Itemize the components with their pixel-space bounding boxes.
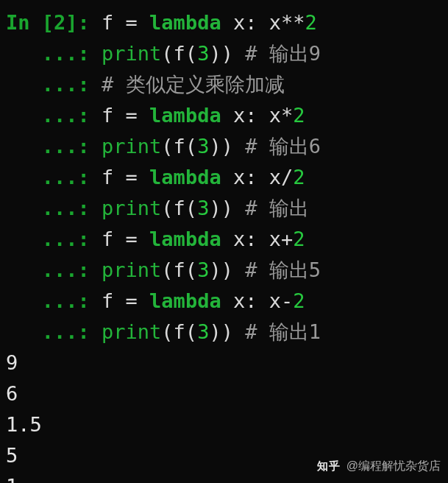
- token-num: 3: [197, 320, 209, 343]
- code-line: ...: print(f(3)) # 输出: [6, 193, 442, 224]
- code-line: ...: f = lambda x: x+2: [6, 224, 442, 255]
- token-kw: lambda: [149, 104, 221, 127]
- token-sp: [138, 104, 149, 127]
- token-paren: ): [209, 320, 221, 343]
- token-sp: [233, 258, 245, 281]
- token-sp: [113, 289, 125, 312]
- token-num: 3: [197, 42, 209, 65]
- output-value: 1.5: [6, 413, 42, 436]
- token-paren: ): [209, 197, 221, 219]
- token-sp: [233, 197, 245, 219]
- token-sp: [113, 166, 125, 188]
- code-line: In [2]: f = lambda x: x**2: [6, 7, 442, 38]
- token-name: x: [233, 11, 245, 34]
- token-name: f: [102, 228, 113, 250]
- code-line: ...: f = lambda x: x/2: [6, 162, 442, 193]
- token-paren: ): [221, 197, 233, 219]
- token-paren: (: [161, 42, 173, 65]
- token-sp: [221, 166, 233, 188]
- token-paren: (: [185, 320, 197, 343]
- token-paren: (: [185, 135, 197, 158]
- token-paren: ): [209, 258, 221, 281]
- continuation-prompt: ...:: [6, 42, 102, 65]
- token-op: :: [245, 166, 257, 188]
- token-func: print: [102, 197, 161, 219]
- continuation-prompt: ...:: [6, 289, 102, 312]
- token-num: 2: [293, 104, 305, 127]
- token-name: x: [233, 104, 245, 127]
- continuation-prompt: ...:: [6, 135, 102, 158]
- token-paren: (: [161, 320, 173, 343]
- token-name: f: [102, 166, 113, 188]
- token-paren: ): [221, 135, 233, 158]
- token-eq: =: [126, 289, 138, 312]
- token-eq: =: [126, 104, 138, 127]
- token-func: print: [102, 135, 161, 158]
- token-name: f: [102, 104, 113, 127]
- token-num: 2: [293, 166, 305, 188]
- token-num: 3: [197, 135, 209, 158]
- token-num: 3: [197, 258, 209, 281]
- token-eq: =: [126, 11, 138, 34]
- token-comment: # 输出: [245, 197, 309, 219]
- token-op: /: [281, 166, 293, 188]
- token-num: 2: [293, 228, 305, 250]
- token-sp: [113, 104, 125, 127]
- output-line: 9: [6, 348, 442, 378]
- code-line: ...: print(f(3)) # 输出6: [6, 131, 442, 162]
- continuation-prompt: ...:: [6, 104, 102, 127]
- token-sp: [257, 11, 269, 34]
- token-sp: [221, 228, 233, 250]
- token-op: +: [281, 228, 293, 250]
- output-value: 9: [6, 351, 18, 374]
- token-op: :: [245, 289, 257, 312]
- token-op: :: [245, 104, 257, 127]
- token-op: -: [281, 289, 293, 312]
- continuation-prompt: ...:: [6, 73, 102, 96]
- token-sp: [221, 104, 233, 127]
- token-paren: ): [221, 258, 233, 281]
- token-name: x: [233, 228, 245, 250]
- token-sp: [138, 289, 149, 312]
- continuation-prompt: ...:: [6, 258, 102, 281]
- token-sp: [257, 166, 269, 188]
- token-name: x: [233, 166, 245, 188]
- continuation-prompt: ...:: [6, 228, 102, 250]
- output-value: 5: [6, 444, 18, 467]
- code-line: ...: print(f(3)) # 输出9: [6, 38, 442, 69]
- token-name: f: [174, 320, 185, 343]
- token-name: x: [269, 228, 281, 250]
- token-func: print: [102, 42, 161, 65]
- continuation-prompt: ...:: [6, 197, 102, 219]
- token-comment: # 输出5: [245, 258, 321, 281]
- code-line: ...: f = lambda x: x*2: [6, 100, 442, 131]
- token-sp: [113, 11, 125, 34]
- token-num: 2: [305, 11, 317, 34]
- token-sp: [138, 166, 149, 188]
- token-name: f: [102, 11, 113, 34]
- token-num: 3: [197, 197, 209, 219]
- code-line: ...: # 类似定义乘除加减: [6, 69, 442, 100]
- token-comment: # 输出6: [245, 135, 321, 158]
- token-paren: ): [209, 135, 221, 158]
- token-paren: ): [209, 42, 221, 65]
- token-kw: lambda: [149, 228, 221, 250]
- token-sp: [221, 11, 233, 34]
- token-name: f: [174, 135, 185, 158]
- token-comment: # 输出1: [245, 320, 321, 343]
- token-sp: [138, 228, 149, 250]
- output-line: 6: [6, 378, 442, 409]
- token-eq: =: [126, 166, 138, 188]
- token-op: **: [281, 11, 305, 34]
- code-line: ...: f = lambda x: x-2: [6, 286, 442, 317]
- token-sp: [257, 289, 269, 312]
- token-name: x: [233, 289, 245, 312]
- code-line: ...: print(f(3)) # 输出5: [6, 255, 442, 286]
- zhihu-logo-text: 知乎: [317, 459, 341, 473]
- token-name: f: [174, 258, 185, 281]
- token-paren: ): [221, 42, 233, 65]
- token-name: x: [269, 166, 281, 188]
- token-name: x: [269, 289, 281, 312]
- input-prompt: In [2]:: [6, 11, 102, 34]
- token-op: *: [281, 104, 293, 127]
